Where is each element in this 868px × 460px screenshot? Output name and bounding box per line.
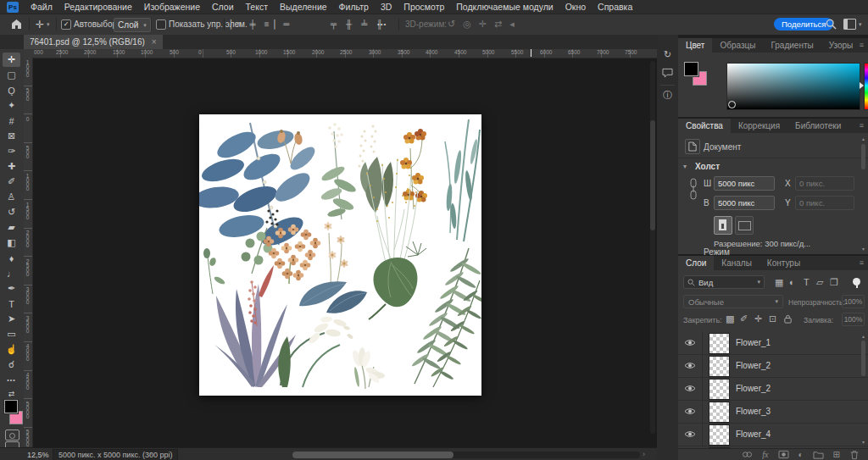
filter-adjustment-layers-icon[interactable]: ◐: [789, 278, 795, 287]
move-tool[interactable]: ✛: [3, 53, 20, 67]
3d-camera-icon[interactable]: ◂: [509, 19, 515, 30]
orientation-portrait-button[interactable]: [714, 216, 732, 235]
layer-row[interactable]: Flower_2: [678, 354, 868, 378]
scroll-right-icon[interactable]: ›: [643, 450, 645, 458]
3d-slide-icon[interactable]: ⇄: [494, 19, 502, 30]
layer-visibility-toggle[interactable]: [678, 331, 703, 354]
more-options-icon[interactable]: •••: [377, 14, 387, 34]
history-panel-icon[interactable]: ↻: [657, 49, 678, 60]
layer-row[interactable]: Flower_4: [678, 423, 868, 446]
tab-patterns[interactable]: Узоры: [821, 38, 861, 53]
eyedropper-tool[interactable]: ✑: [3, 144, 20, 158]
layer-row[interactable]: Flower_3: [678, 400, 868, 424]
tab-gradients[interactable]: Градиенты: [763, 38, 821, 53]
hue-slider[interactable]: [864, 63, 868, 110]
info-panel-icon[interactable]: ⓘ: [657, 89, 678, 102]
move-tool-indicator[interactable]: ✛▾: [36, 14, 50, 34]
tab-properties[interactable]: Свойства: [678, 119, 731, 133]
close-tab-icon[interactable]: ×: [152, 37, 157, 47]
document-tab[interactable]: 76401.psd @ 12,5% (RGB/16) ×: [24, 35, 163, 49]
filter-type-layers-icon[interactable]: T: [804, 278, 810, 287]
marquee-tool[interactable]: ▢: [3, 68, 20, 82]
ruler-vertical[interactable]: 1000 500 0 500 1000 1500 2000 2500 3000 …: [24, 58, 33, 447]
path-select-tool[interactable]: ➤: [3, 312, 20, 326]
menu-edit[interactable]: Редактирование: [64, 2, 132, 12]
menu-type[interactable]: Текст: [246, 2, 268, 12]
document-area[interactable]: 000 2500 2000 1500 1000 500 0 500 1000 1…: [24, 49, 657, 447]
layer-row[interactable]: Flower_1: [678, 331, 868, 355]
autoselect-checkbox[interactable]: ✓: [61, 19, 71, 30]
align-center-v-icon[interactable]: ═: [283, 19, 288, 29]
layers-scrollbar-thumb[interactable]: [861, 341, 865, 376]
tab-channels[interactable]: Каналы: [714, 256, 760, 270]
new-group-icon[interactable]: [813, 450, 824, 460]
photoshop-logo[interactable]: Ps: [7, 2, 19, 13]
3d-orbit-icon[interactable]: ↺: [448, 19, 455, 30]
home-button[interactable]: [11, 14, 22, 34]
status-flyout-icon[interactable]: ›: [149, 450, 152, 458]
lock-pixels-icon[interactable]: ✐: [740, 314, 748, 324]
dodge-tool[interactable]: ♩: [3, 266, 20, 280]
menu-layers[interactable]: Слои: [212, 2, 234, 12]
layers-scroll-up-icon[interactable]: ▴: [860, 333, 866, 339]
show-controls-checkbox[interactable]: [156, 19, 166, 30]
vertical-scrollbar[interactable]: [650, 61, 655, 434]
x-input[interactable]: 0 пикс.: [795, 176, 854, 191]
layer-name[interactable]: Flower_4: [736, 430, 771, 439]
tab-swatches[interactable]: Образцы: [712, 38, 763, 53]
clone-stamp-tool[interactable]: ♙: [3, 190, 20, 204]
opacity-input[interactable]: 100%: [842, 295, 865, 308]
delete-layer-icon[interactable]: [849, 450, 860, 460]
swap-colors-icon[interactable]: ⇄: [3, 386, 20, 401]
type-tool[interactable]: T: [3, 297, 20, 311]
lasso-tool[interactable]: Ǫ: [3, 83, 20, 97]
blend-mode-select[interactable]: Обычные ▾: [683, 295, 783, 308]
search-icon[interactable]: [826, 14, 837, 34]
filter-smart-objects-icon[interactable]: ❐: [830, 278, 838, 287]
horizontal-scrollbar-thumb[interactable]: [292, 452, 453, 458]
color-field[interactable]: [726, 63, 860, 110]
3d-pan-icon[interactable]: ✛: [479, 19, 487, 30]
menu-view[interactable]: Просмотр: [403, 2, 444, 12]
panel-menu-icon[interactable]: ≡: [860, 121, 864, 130]
layer-style-icon[interactable]: fx: [762, 450, 768, 459]
panel-scroll-up-icon[interactable]: ▴: [860, 136, 866, 141]
layer-thumbnail[interactable]: [709, 402, 730, 423]
panel-menu-icon[interactable]: ≡: [860, 258, 864, 267]
autoselect-option[interactable]: ✓ Автовыбор:: [61, 14, 120, 34]
layer-row[interactable]: Flower_2: [678, 377, 868, 401]
filter-shape-layers-icon[interactable]: ▱: [816, 278, 823, 287]
tab-paths[interactable]: Контуры: [760, 256, 808, 270]
eraser-tool[interactable]: ▰: [3, 220, 20, 235]
panel-foreground-swatch[interactable]: [684, 62, 698, 76]
menu-plugins[interactable]: Подключаемые модули: [456, 2, 553, 12]
layer-thumbnail[interactable]: [709, 379, 730, 400]
hue-slider-marker[interactable]: [860, 82, 864, 89]
comments-panel-icon[interactable]: [657, 68, 678, 78]
orientation-landscape-button[interactable]: [735, 216, 754, 235]
foreground-color-swatch[interactable]: [4, 400, 18, 413]
blur-tool[interactable]: ♦: [3, 251, 20, 265]
tab-libraries[interactable]: Библиотеки: [787, 119, 849, 133]
layers-scroll-down-icon[interactable]: ▾: [860, 439, 866, 445]
tab-layers[interactable]: Слои: [678, 256, 714, 270]
distribute-center-icon[interactable]: ╫: [346, 19, 351, 29]
panel-menu-icon[interactable]: ≡: [860, 41, 864, 49]
layer-name[interactable]: Flower_3: [736, 407, 771, 416]
link-dimensions-icon[interactable]: [688, 178, 698, 200]
shape-tool[interactable]: ▭: [3, 327, 20, 341]
y-input[interactable]: 0 пикс.: [795, 196, 854, 210]
3d-roll-icon[interactable]: ◎: [463, 19, 471, 30]
healing-tool[interactable]: ✚: [3, 159, 20, 174]
width-input[interactable]: 5000 пикс: [714, 176, 775, 191]
layer-name[interactable]: Flower_2: [736, 384, 771, 393]
share-button[interactable]: Поделиться: [774, 18, 833, 30]
distribute-top-icon[interactable]: ╤: [331, 19, 336, 29]
tab-adjustments[interactable]: Коррекция: [731, 119, 787, 133]
layer-visibility-toggle[interactable]: [678, 377, 703, 400]
lock-position-icon[interactable]: ✛: [754, 314, 762, 324]
menu-3d[interactable]: 3D: [381, 2, 392, 12]
align-right-icon[interactable]: ≡▕: [264, 19, 275, 29]
tab-color[interactable]: Цвет: [678, 38, 712, 53]
ruler-horizontal[interactable]: 000 2500 2000 1500 1000 500 0 500 1000 1…: [32, 49, 657, 58]
